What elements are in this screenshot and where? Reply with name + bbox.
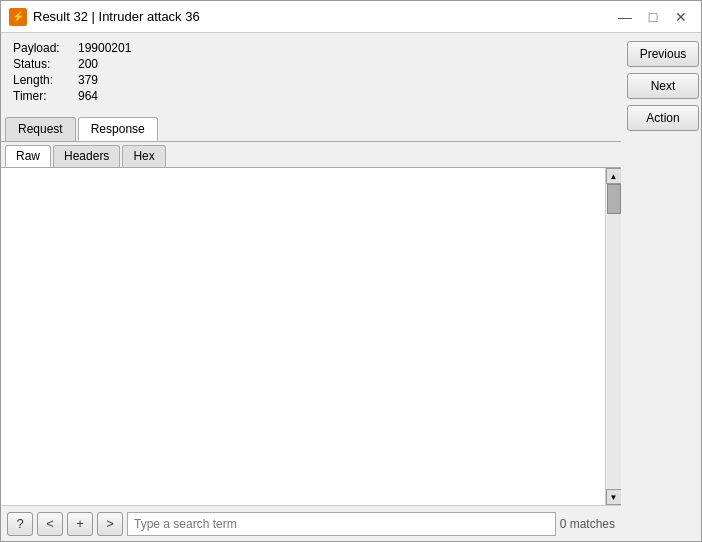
maximize-button[interactable]: □ xyxy=(641,5,665,29)
payload-label: Payload: xyxy=(13,41,78,55)
search-prev-button[interactable]: < xyxy=(37,512,63,536)
tab-hex[interactable]: Hex xyxy=(122,145,165,167)
title-controls: — □ ✕ xyxy=(613,5,693,29)
info-row-length: Length: 379 xyxy=(13,73,609,87)
length-label: Length: xyxy=(13,73,78,87)
length-value: 379 xyxy=(78,73,98,87)
minimize-button[interactable]: — xyxy=(613,5,637,29)
close-button[interactable]: ✕ xyxy=(669,5,693,29)
timer-label: Timer: xyxy=(13,89,78,103)
search-bar: ? < + > 0 matches xyxy=(1,505,621,541)
main-panel: Payload: 19900201 Status: 200 Length: 37… xyxy=(1,33,621,541)
main-window: ⚡ Result 32 | Intruder attack 36 — □ ✕ P… xyxy=(0,0,702,542)
search-plus-button[interactable]: + xyxy=(67,512,93,536)
scrollbar[interactable]: ▲ ▼ xyxy=(605,168,621,505)
search-input[interactable] xyxy=(127,512,556,536)
tab-response[interactable]: Response xyxy=(78,117,158,141)
info-section: Payload: 19900201 Status: 200 Length: 37… xyxy=(1,33,621,113)
inner-tabs: Raw Headers Hex xyxy=(1,142,621,168)
timer-value: 964 xyxy=(78,89,98,103)
action-button[interactable]: Action xyxy=(627,105,699,131)
payload-value: 19900201 xyxy=(78,41,131,55)
previous-button[interactable]: Previous xyxy=(627,41,699,67)
next-button[interactable]: Next xyxy=(627,73,699,99)
search-question-button[interactable]: ? xyxy=(7,512,33,536)
sidebar: Previous Next Action xyxy=(621,33,701,541)
window-title: Result 32 | Intruder attack 36 xyxy=(33,9,200,24)
response-content: ▲ ▼ ? < + > 0 matches xyxy=(1,168,621,541)
response-text-area[interactable] xyxy=(1,168,605,505)
title-bar: ⚡ Result 32 | Intruder attack 36 — □ ✕ xyxy=(1,1,701,33)
info-row-timer: Timer: 964 xyxy=(13,89,609,103)
scroll-down-button[interactable]: ▼ xyxy=(606,489,622,505)
tab-request[interactable]: Request xyxy=(5,117,76,141)
status-value: 200 xyxy=(78,57,98,71)
title-bar-left: ⚡ Result 32 | Intruder attack 36 xyxy=(9,8,200,26)
match-count: 0 matches xyxy=(560,517,615,531)
tab-headers[interactable]: Headers xyxy=(53,145,120,167)
text-area-wrapper: ▲ ▼ xyxy=(1,168,621,505)
search-next-button[interactable]: > xyxy=(97,512,123,536)
scroll-track xyxy=(607,184,621,489)
outer-tabs: Request Response xyxy=(1,113,621,142)
content-area: Payload: 19900201 Status: 200 Length: 37… xyxy=(1,33,701,541)
app-icon: ⚡ xyxy=(9,8,27,26)
status-label: Status: xyxy=(13,57,78,71)
info-row-payload: Payload: 19900201 xyxy=(13,41,609,55)
scroll-up-button[interactable]: ▲ xyxy=(606,168,622,184)
tab-raw[interactable]: Raw xyxy=(5,145,51,167)
info-row-status: Status: 200 xyxy=(13,57,609,71)
scroll-thumb[interactable] xyxy=(607,184,621,214)
